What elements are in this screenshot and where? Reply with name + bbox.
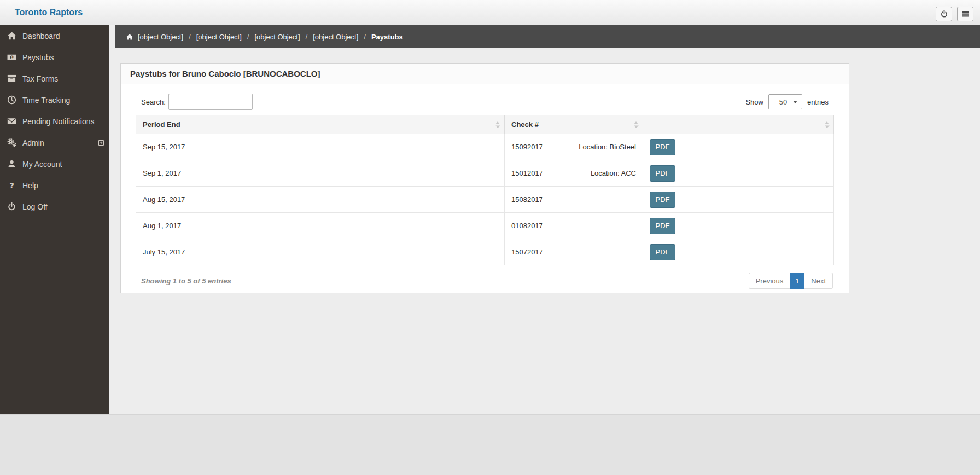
entries-info: Showing 1 to 5 of 5 entries <box>141 277 231 285</box>
table-row: Aug 15, 2017 15082017 PDF <box>136 187 834 213</box>
check-number-cell: 01082017 <box>505 213 643 239</box>
page-length-value: 50 <box>773 98 793 106</box>
paystubs-table: Period End Check # <box>136 115 834 265</box>
page-1-button[interactable]: 1 <box>790 273 804 289</box>
next-page-button[interactable]: Next <box>804 273 833 289</box>
sidebar-item-label: Dashboard <box>22 32 60 40</box>
check-number: 15012017 <box>511 169 543 177</box>
table-body: Sep 15, 2017 15092017 Location: BioSteel… <box>136 134 834 265</box>
sidebar-item-label: Paystubs <box>22 53 54 62</box>
sidebar-nav: Dashboard 1 Paystubs Tax Forms Time Trac… <box>0 25 109 414</box>
pdf-button[interactable]: PDF <box>650 192 675 208</box>
archive-icon <box>7 74 16 83</box>
money-icon: 1 <box>7 53 16 62</box>
page-length-select[interactable]: 50 <box>768 94 802 109</box>
check-number-cell: 15082017 <box>505 187 643 213</box>
sidebar-item-label: Time Tracking <box>22 96 70 105</box>
action-cell: PDF <box>643 239 834 265</box>
breadcrumb-separator: / <box>247 33 249 41</box>
top-bar: Toronto Raptors <box>0 0 980 25</box>
svg-text:?: ? <box>9 181 14 190</box>
check-number-cell: 15012017 Location: ACC <box>505 160 643 187</box>
sidebar-item-label: Tax Forms <box>22 74 58 83</box>
gears-icon <box>7 138 16 147</box>
sort-icon <box>824 121 830 129</box>
action-cell: PDF <box>643 187 834 213</box>
topbar-icon-button[interactable] <box>957 7 973 21</box>
breadcrumb-link[interactable]: [object Object] <box>196 33 242 41</box>
sidebar-item-my-account[interactable]: My Account <box>0 153 109 175</box>
table-row: Sep 1, 2017 15012017 Location: ACC PDF <box>136 160 834 187</box>
sidebar-item-dashboard[interactable]: Dashboard <box>0 25 109 47</box>
question-icon: ? <box>7 181 16 190</box>
page-footer-band <box>0 414 980 475</box>
sidebar-item-pending-notifications[interactable]: Pending Notifications <box>0 111 109 132</box>
column-header-label: Check # <box>511 120 539 129</box>
search-label: Search: <box>141 98 166 106</box>
pdf-button[interactable]: PDF <box>650 165 675 182</box>
check-number: 15082017 <box>511 195 543 204</box>
breadcrumb-current: Paystubs <box>371 33 403 41</box>
sort-icon <box>495 121 500 129</box>
menu-icon <box>961 10 970 18</box>
table-header-row: Period End Check # <box>136 115 834 134</box>
pdf-button[interactable]: PDF <box>650 244 675 260</box>
breadcrumb-separator: / <box>189 33 191 41</box>
pdf-button[interactable]: PDF <box>650 218 675 234</box>
show-label: Show <box>745 98 763 106</box>
breadcrumb-separator: / <box>364 33 366 41</box>
column-header[interactable] <box>643 115 834 134</box>
column-header[interactable]: Period End <box>136 115 505 134</box>
table-controls: Search: Show 50 entries <box>141 94 833 110</box>
topbar-buttons <box>936 7 973 21</box>
paystubs-panel: Paystubs for Bruno Caboclo [BRUNOCABOCLO… <box>120 63 849 293</box>
page-length-control: Show 50 entries <box>745 94 829 109</box>
sidebar-item-label: Pending Notifications <box>22 117 95 126</box>
breadcrumb: [object Object] / [object Object] / [obj… <box>115 25 980 48</box>
brand-link[interactable]: Toronto Raptors <box>15 0 83 25</box>
main-content: [object Object] / [object Object] / [obj… <box>109 25 980 414</box>
svg-text:1: 1 <box>10 56 13 59</box>
home-icon <box>126 33 133 40</box>
action-cell: PDF <box>643 160 834 187</box>
sidebar-item-help[interactable]: ? Help <box>0 175 109 196</box>
chevron-down-icon <box>793 101 797 103</box>
table-row: July 15, 2017 15072017 PDF <box>136 239 834 265</box>
check-number: 15072017 <box>511 248 543 256</box>
clock-icon <box>7 95 16 105</box>
search-input[interactable] <box>168 94 253 110</box>
check-number: 01082017 <box>511 222 543 230</box>
period-end-cell: Sep 1, 2017 <box>136 160 505 187</box>
column-header[interactable]: Check # <box>505 115 643 134</box>
action-cell: PDF <box>643 134 834 160</box>
breadcrumb-link[interactable]: [object Object] <box>313 33 358 41</box>
breadcrumb-link[interactable]: [object Object] <box>138 33 183 41</box>
check-number-cell: 15092017 Location: BioSteel <box>505 134 643 160</box>
sidebar-item-log-off[interactable]: Log Off <box>0 196 109 217</box>
pdf-button[interactable]: PDF <box>650 139 675 155</box>
pagination: Previous 1 Next <box>749 273 833 289</box>
period-end-cell: Sep 15, 2017 <box>136 134 505 160</box>
envelope-icon <box>7 117 16 126</box>
home-icon <box>7 31 16 40</box>
breadcrumb-link[interactable]: [object Object] <box>254 33 300 41</box>
table-row: Sep 15, 2017 15092017 Location: BioSteel… <box>136 134 834 160</box>
sidebar-item-time-tracking[interactable]: Time Tracking <box>0 89 109 111</box>
sort-icon <box>633 121 639 129</box>
sidebar-item-label: My Account <box>22 160 62 169</box>
location-label: Location: BioSteel <box>579 143 636 151</box>
sidebar-item-admin[interactable]: Admin <box>0 132 109 153</box>
power-icon <box>940 10 948 18</box>
sidebar-item-label: Log Off <box>22 202 48 211</box>
period-end-cell: Aug 15, 2017 <box>136 187 505 213</box>
topbar-icon-button[interactable] <box>936 7 952 21</box>
plus-square-icon[interactable] <box>98 140 104 146</box>
sidebar-item-paystubs[interactable]: 1 Paystubs <box>0 47 109 68</box>
previous-page-button[interactable]: Previous <box>749 273 790 289</box>
check-number-cell: 15072017 <box>505 239 643 265</box>
panel-body: Search: Show 50 entries <box>121 84 849 293</box>
page-title: Paystubs for Bruno Caboclo [BRUNOCABOCLO… <box>121 64 849 84</box>
breadcrumb-separator: / <box>306 33 308 41</box>
user-icon <box>7 159 16 169</box>
sidebar-item-tax-forms[interactable]: Tax Forms <box>0 68 109 89</box>
